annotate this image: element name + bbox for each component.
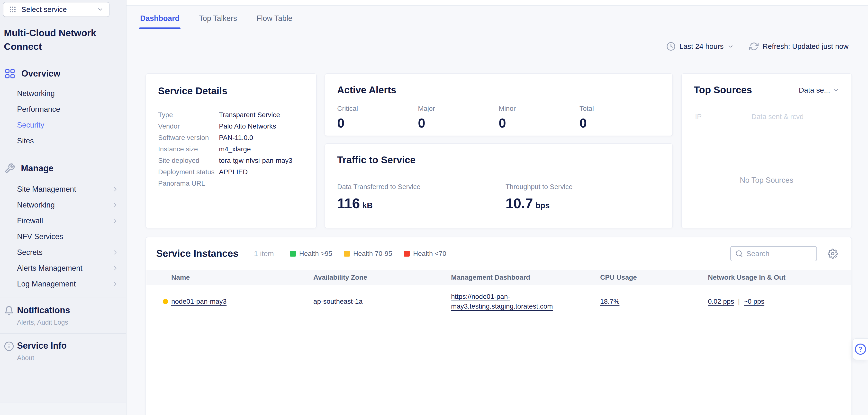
screen: Select service Multi-Cloud Network Conne… [0, 0, 868, 415]
sidebar-item-networking[interactable]: Networking [0, 85, 126, 101]
chevron-down-icon [833, 87, 839, 93]
info-icon [4, 341, 14, 351]
dashboard-toolbar: Last 24 hours Refresh: Updated just now [666, 42, 848, 51]
help-button[interactable]: ? [852, 338, 868, 360]
active-alerts-card: Active Alerts Critical 0 Major 0 Minor 0… [324, 73, 673, 136]
search-icon [735, 250, 743, 257]
network-usage-cell: 0.02 pps | ~0 pps [708, 298, 764, 306]
card-title: Top Sources [694, 84, 752, 96]
sidebar-item-security[interactable]: Security [0, 117, 126, 133]
service-instances-card: Service Instances 1 item Health >95 Heal… [146, 237, 852, 415]
table-row: node01-pan-may3 ap-southeast-1a https://… [147, 285, 851, 318]
nav-section-overview[interactable]: Overview [4, 68, 60, 79]
legend-swatch-green [290, 251, 296, 256]
column-header-cpu: CPU Usage [600, 274, 637, 281]
detail-row: Site deployedtora-tgw-nfvsi-pan-may3 [158, 155, 304, 166]
column-header-network: Network Usage In & Out [708, 274, 785, 281]
service-selector[interactable]: Select service [3, 2, 110, 17]
management-dashboard-link[interactable]: https://node01-pan-may3.testing.staging.… [451, 292, 599, 311]
overview-grid-icon [4, 68, 16, 79]
sidebar-item-notifications[interactable]: Notifications Alerts, Audit Logs [17, 305, 70, 326]
wrench-icon [4, 163, 15, 174]
clock-icon [666, 42, 676, 51]
legend-health-good: Health >95 [290, 250, 332, 257]
chevron-right-icon [112, 186, 119, 193]
refresh-button[interactable]: Refresh: Updated just now [749, 42, 848, 51]
sidebar-item-service-info[interactable]: Service Info About [17, 341, 67, 362]
column-header-ip: IP [695, 113, 702, 121]
detail-row: Panorama URL— [158, 178, 304, 189]
health-status-dot [163, 299, 168, 304]
availability-zone-value: ap-southeast-1a [313, 298, 363, 305]
sidebar-item-secrets[interactable]: Secrets [0, 244, 126, 260]
instances-header: Service Instances 1 item Health >95 Heal… [156, 237, 838, 270]
column-header-data: Data sent & rcvd [751, 113, 804, 121]
column-header-dashboard: Management Dashboard [451, 274, 530, 281]
detail-row: Instance sizem4_xlarge [158, 143, 304, 155]
instance-name-link[interactable]: node01-pan-may3 [171, 298, 226, 305]
network-out-link[interactable]: ~0 pps [744, 298, 764, 305]
chevron-down-icon [727, 43, 734, 49]
empty-state-text: No Top Sources [682, 176, 851, 185]
detail-row: Deployment statusAPPLIED [158, 166, 304, 178]
gear-icon [828, 249, 838, 259]
chevron-right-icon [112, 249, 119, 256]
column-header-name: Name [171, 274, 190, 281]
network-in-link[interactable]: 0.02 pps [708, 298, 734, 305]
service-selector-label: Select service [22, 5, 92, 13]
chevron-right-icon [112, 217, 119, 224]
detail-row: TypeTransparent Service [158, 109, 304, 120]
legend-swatch-red [404, 251, 410, 256]
sidebar-item-firewall[interactable]: Firewall [0, 213, 126, 229]
cpu-usage-link[interactable]: 18.7% [600, 298, 619, 305]
traffic-card: Traffic to Service Data Transferred to S… [324, 143, 673, 229]
legend-health-bad: Health <70 [404, 250, 446, 257]
alert-metric-minor: Minor 0 [499, 105, 580, 131]
nav-section-label: Overview [22, 69, 60, 79]
apps-grid-icon [9, 6, 17, 13]
time-range-label: Last 24 hours [679, 42, 724, 50]
divider [0, 369, 126, 369]
health-legend: Health >95 Health 70-95 Health <70 [290, 250, 446, 257]
table-settings-button[interactable] [828, 249, 838, 259]
tab-flow-table[interactable]: Flow Table [256, 14, 292, 29]
divider [0, 297, 126, 298]
sidebar-item-log-management[interactable]: Log Management [0, 276, 126, 292]
nav-section-manage[interactable]: Manage [4, 163, 54, 174]
data-transferred-metric: Data Transferred to Service 116kB [337, 183, 505, 211]
sidebar-item-networking-manage[interactable]: Networking [0, 197, 126, 213]
sidebar: Select service Multi-Cloud Network Conne… [0, 0, 126, 415]
divider [0, 333, 126, 334]
instances-actions [730, 246, 838, 261]
search-box [730, 246, 817, 261]
top-sources-metric-selector[interactable]: Data se... [799, 86, 839, 94]
chevron-right-icon [112, 202, 119, 208]
item-count: 1 item [254, 249, 274, 258]
alert-metric-major: Major 0 [418, 105, 499, 131]
legend-health-warn: Health 70-95 [344, 250, 392, 257]
legend-swatch-yellow [344, 251, 350, 256]
sidebar-item-nfv-services[interactable]: NFV Services [0, 229, 126, 244]
chevron-down-icon [97, 6, 104, 13]
help-icon: ? [855, 344, 866, 355]
tab-dashboard[interactable]: Dashboard [140, 14, 180, 29]
manage-nav-list: Site Management Networking Firewall NFV … [0, 181, 126, 292]
search-input[interactable] [746, 249, 812, 258]
tab-top-talkers[interactable]: Top Talkers [199, 14, 237, 29]
refresh-label: Refresh: Updated just now [763, 42, 848, 50]
detail-row: VendorPalo Alto Networks [158, 120, 304, 132]
app-title: Multi-Cloud Network Connect [4, 26, 118, 54]
chevron-right-icon [112, 265, 119, 272]
sidebar-item-site-management[interactable]: Site Management [0, 181, 126, 197]
top-sources-card: Top Sources Data se... IP Data sent & rc… [681, 73, 852, 229]
sidebar-item-performance[interactable]: Performance [0, 101, 126, 117]
overview-nav-list: Networking Performance Security Sites [0, 85, 126, 149]
service-details-card: Service Details TypeTransparent Service … [146, 73, 317, 229]
alert-metrics: Critical 0 Major 0 Minor 0 Total 0 [337, 105, 660, 131]
sidebar-item-alerts-management[interactable]: Alerts Management [0, 260, 126, 276]
alert-metric-critical: Critical 0 [337, 105, 418, 131]
sidebar-item-sites[interactable]: Sites [0, 133, 126, 149]
throughput-metric: Throughput to Service 10.7bps [505, 183, 573, 211]
time-range-selector[interactable]: Last 24 hours [666, 42, 734, 51]
detail-row: Software versionPAN-11.0.0 [158, 132, 304, 143]
